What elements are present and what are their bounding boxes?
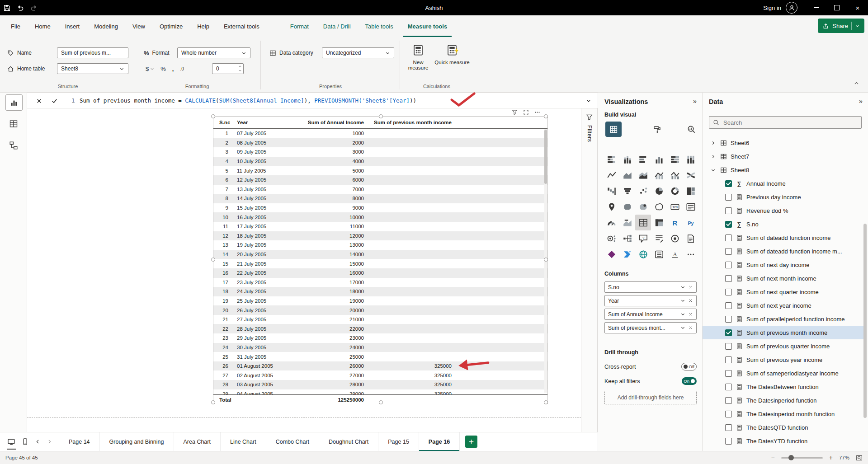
tab-analytics[interactable]	[683, 122, 699, 137]
menu-tab-table-tools[interactable]: Table tools	[358, 15, 401, 37]
drill-through-dropzone[interactable]: Add drill-through fields here	[604, 391, 697, 404]
cross-report-toggle[interactable]: Off	[681, 363, 697, 370]
collapse-ribbon-icon[interactable]	[854, 80, 859, 86]
visual-type-key-influencers-icon[interactable]	[604, 230, 619, 246]
cancel-formula-icon[interactable]	[33, 96, 44, 106]
visual-type-100-stacked-bar-chart-icon[interactable]	[667, 151, 683, 167]
field-checkbox[interactable]	[725, 411, 732, 417]
table-row[interactable]: 107 July 20051000	[213, 129, 547, 138]
sign-in-link[interactable]: Sign in	[763, 5, 781, 11]
formula-input[interactable]: Sum of previous month income = CALCULATE…	[80, 97, 416, 104]
visual-type-funnel-chart-icon[interactable]	[619, 183, 635, 199]
visual-type-power-apps-icon[interactable]	[604, 246, 619, 262]
table-row[interactable]: 2329 July 200523000	[213, 333, 547, 343]
data-table-sheet6[interactable]: Sheet6	[703, 136, 863, 150]
chevron-down-icon[interactable]	[680, 325, 685, 330]
measure-name-input[interactable]	[57, 47, 128, 58]
visual-type-ribbon-chart-icon[interactable]	[683, 167, 698, 183]
field-checkbox[interactable]	[725, 234, 732, 241]
visual-type-donut-chart-icon[interactable]	[667, 183, 683, 199]
field-sum-of-sameperiodlastyear-income[interactable]: Sum of sameperiodlastyear income	[703, 366, 863, 380]
resize-handle[interactable]	[211, 258, 215, 262]
filter-icon[interactable]	[512, 109, 518, 115]
visual-type-clustered-bar-chart-icon[interactable]	[635, 151, 651, 167]
table-row[interactable]: 1218 July 200512000	[213, 231, 547, 241]
table-row[interactable]: 511 July 20055000	[213, 166, 547, 175]
quick-measure-button[interactable]: Quick measure	[434, 41, 470, 81]
account-avatar[interactable]	[786, 2, 797, 14]
page-tab-area-chart[interactable]: Area Chart	[174, 432, 221, 451]
next-page-arrow[interactable]	[43, 432, 55, 451]
table-row[interactable]: 1925 July 200519000	[213, 296, 547, 306]
visual-type-line-and-clustered-column-chart-icon[interactable]	[667, 167, 683, 183]
chevron-down-icon[interactable]	[680, 312, 685, 317]
chevron-down-icon[interactable]	[680, 298, 685, 303]
resize-handle[interactable]	[211, 114, 215, 118]
model-view-button[interactable]	[5, 138, 22, 153]
field-checkbox[interactable]	[725, 180, 732, 187]
field-checkbox[interactable]	[725, 221, 732, 228]
column-header[interactable]: S.no	[213, 120, 230, 125]
thousands-separator-button[interactable]: ,	[172, 66, 174, 72]
expand-formula-bar-icon[interactable]	[583, 96, 594, 106]
table-row[interactable]: 2531 July 200525000	[213, 352, 547, 361]
field-checkbox[interactable]	[725, 438, 732, 445]
maximize-button[interactable]	[826, 0, 847, 15]
redo-icon[interactable]	[27, 0, 41, 15]
visual-type-decomposition-tree-icon[interactable]	[619, 230, 635, 246]
fit-to-page-icon[interactable]	[856, 455, 863, 461]
home-table-select[interactable]: Sheet8	[57, 63, 128, 74]
collapse-pane-icon[interactable]: »	[693, 97, 697, 105]
field-well-year[interactable]: Year	[604, 295, 697, 306]
visual-type-smart-narrative-icon[interactable]	[651, 230, 667, 246]
field-previous-day-income[interactable]: Previous day income	[703, 190, 863, 204]
chevron-right-icon[interactable]	[711, 141, 717, 145]
page-tab-page-16[interactable]: Page 16	[419, 432, 460, 451]
remove-field-icon[interactable]	[688, 325, 693, 330]
chevron-down-icon[interactable]	[711, 168, 717, 173]
desktop-layout-icon[interactable]	[5, 432, 18, 451]
visual-type-area-chart-icon[interactable]	[619, 167, 635, 183]
field-checkbox[interactable]	[725, 370, 732, 377]
field-checkbox[interactable]	[725, 397, 732, 404]
field-the-datesinperiod-month-function[interactable]: The Datesinperiod month function	[703, 407, 863, 421]
focus-mode-icon[interactable]	[523, 109, 529, 115]
search-box[interactable]	[709, 116, 862, 129]
field-sum-of-previous-quarter-income[interactable]: Sum of previous quarter income	[703, 339, 863, 353]
zoom-slider-handle[interactable]	[788, 455, 794, 460]
visual-type-paginated-report-icon[interactable]	[683, 230, 698, 246]
field-checkbox[interactable]	[725, 384, 732, 390]
resize-handle[interactable]	[544, 400, 548, 404]
remove-field-icon[interactable]	[688, 312, 693, 317]
visual-type-r-script-visual-icon[interactable]: R	[667, 215, 683, 230]
table-row[interactable]: 612 July 20056000	[213, 175, 547, 185]
page-tab-doughnut-chart[interactable]: Doughnut Chart	[319, 432, 378, 451]
visual-type-q-and-a-icon[interactable]: ?	[635, 230, 651, 246]
tab-build-visual[interactable]	[605, 122, 622, 137]
table-row[interactable]: 1723 July 200517000	[213, 278, 547, 287]
visual-type-matrix-icon[interactable]	[651, 215, 667, 230]
visual-type-kpi-icon[interactable]	[619, 215, 635, 230]
visual-type-stacked-column-chart-icon[interactable]	[619, 151, 635, 167]
menu-tab-data-drill[interactable]: Data / Drill	[316, 15, 358, 37]
visual-type-metrics-icon[interactable]	[667, 230, 683, 246]
percent-button[interactable]: %	[160, 66, 166, 72]
data-pane-scrollbar[interactable]	[863, 224, 867, 418]
resize-handle[interactable]	[379, 114, 383, 118]
chevron-right-icon[interactable]	[711, 154, 717, 159]
currency-button[interactable]: $	[146, 66, 154, 72]
visual-type-table-icon[interactable]	[635, 215, 651, 230]
field-checkbox[interactable]	[725, 194, 732, 201]
field-checkbox[interactable]	[725, 316, 732, 323]
tab-format-visual[interactable]	[649, 122, 665, 137]
visual-type-arcgis-map-icon[interactable]	[635, 246, 651, 262]
field-s-no[interactable]: ∑ S.no	[703, 217, 863, 231]
menu-tab-insert[interactable]: Insert	[58, 15, 87, 37]
table-row[interactable]: 1117 July 200511000	[213, 222, 547, 231]
field-checkbox[interactable]	[725, 275, 732, 282]
data-table-sheet7[interactable]: Sheet7	[703, 150, 863, 163]
visual-type-pie-chart-icon[interactable]	[651, 183, 667, 199]
page-tab-combo-chart[interactable]: Combo Chart	[266, 432, 319, 451]
field-checkbox[interactable]	[725, 329, 732, 336]
table-row[interactable]: 1420 July 200514000	[213, 250, 547, 259]
